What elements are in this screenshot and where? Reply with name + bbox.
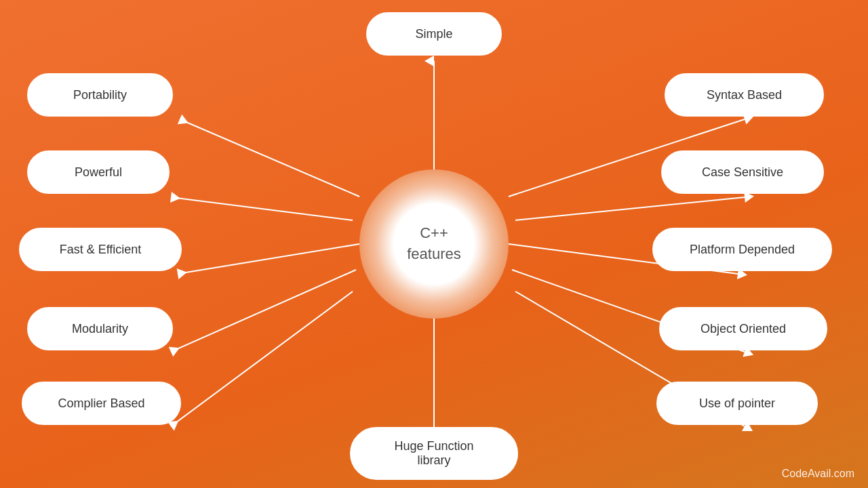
svg-line-3: [171, 197, 353, 220]
node-case-sensitive: Case Sensitive: [661, 150, 824, 194]
svg-line-7: [171, 270, 356, 352]
svg-line-4: [515, 197, 745, 220]
center-circle: C++ features: [359, 169, 509, 319]
node-powerful: Powerful: [27, 150, 170, 194]
node-portability: Portability: [27, 73, 173, 117]
node-platform-depended: Platform Depended: [652, 228, 832, 271]
node-huge-function-library: Huge Function library: [350, 427, 518, 480]
svg-line-9: [171, 291, 353, 426]
diagram-container: C++ features Simple Portability Syntax B…: [0, 0, 868, 488]
node-fast-efficient: Fast & Efficient: [19, 228, 182, 271]
node-simple: Simple: [366, 12, 502, 56]
svg-line-1: [180, 119, 359, 197]
node-modularity: Modularity: [27, 307, 173, 350]
node-object-oriented: Object Oriented: [659, 307, 827, 350]
center-label: C++ features: [407, 223, 461, 265]
node-syntax-based: Syntax Based: [665, 73, 824, 117]
watermark: CodeAvail.com: [782, 468, 854, 480]
node-use-of-pointer: Use of pointer: [656, 382, 818, 425]
svg-line-5: [178, 244, 359, 274]
node-compiler-based: Complier Based: [22, 382, 181, 425]
